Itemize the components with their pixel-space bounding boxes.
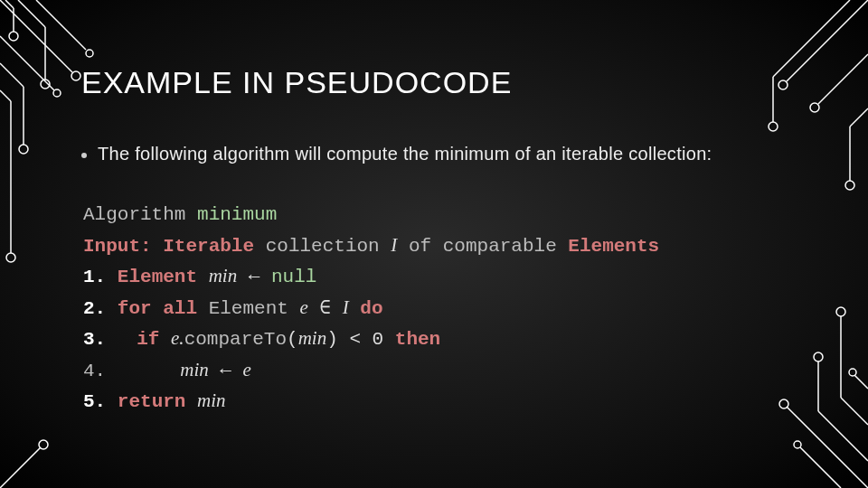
pseudocode-block: Algorithm minimum Input: Iterable collec…	[83, 201, 787, 418]
bullet-item: The following algorithm will compute the…	[81, 144, 787, 164]
pseudo-line-4: 4.min ← e	[83, 355, 787, 387]
pseudo-line-5: 5. return min	[83, 386, 787, 418]
slide-title: EXAMPLE IN PSEUDOCODE	[81, 65, 787, 100]
bullet-text: The following algorithm will compute the…	[98, 144, 712, 164]
svg-point-39	[794, 441, 801, 448]
pseudo-line-3: 3.if e.compareTo(min) < 0 then	[83, 324, 787, 355]
pseudo-line-1: 1. Element min ← null	[83, 261, 787, 293]
bullet-icon	[81, 153, 87, 158]
svg-line-28	[0, 447, 41, 488]
pseudo-line-input: Input: Iterable collection I of comparab…	[83, 230, 787, 262]
svg-line-32	[818, 411, 868, 461]
svg-point-29	[39, 440, 48, 449]
svg-line-30	[787, 407, 868, 488]
pseudo-line-2: 2. for all Element e ∈ I do	[83, 293, 787, 324]
svg-line-38	[800, 447, 841, 488]
slide-content: EXAMPLE IN PSEUDOCODE The following algo…	[0, 0, 868, 418]
pseudo-line-algo: Algorithm minimum	[83, 201, 787, 230]
